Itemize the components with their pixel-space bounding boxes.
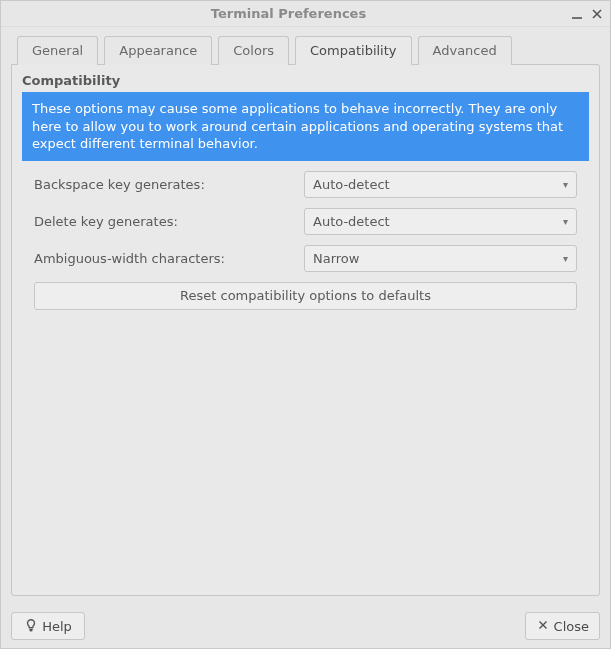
tab-bar: General Appearance Colors Compatibility … xyxy=(11,35,600,64)
delete-combo[interactable]: Auto-detect ▾ xyxy=(304,208,577,235)
tab-colors[interactable]: Colors xyxy=(218,36,289,65)
footer-spacer xyxy=(93,612,517,640)
delete-value: Auto-detect xyxy=(313,214,563,229)
warning-info-box: These options may cause some application… xyxy=(22,92,589,161)
dialog-footer: Help Close xyxy=(1,604,610,648)
tab-label: General xyxy=(32,43,83,58)
minimize-icon[interactable] xyxy=(570,7,584,21)
tab-label: Appearance xyxy=(119,43,197,58)
reset-defaults-button[interactable]: Reset compatibility options to defaults xyxy=(34,282,577,310)
close-button[interactable]: Close xyxy=(525,612,600,640)
delete-label: Delete key generates: xyxy=(34,214,304,229)
close-label: Close xyxy=(554,619,589,634)
tab-label: Advanced xyxy=(433,43,497,58)
tab-advanced[interactable]: Advanced xyxy=(418,36,512,65)
tab-general[interactable]: General xyxy=(17,36,98,65)
chevron-down-icon: ▾ xyxy=(563,216,568,227)
help-label: Help xyxy=(42,619,72,634)
close-icon[interactable] xyxy=(590,7,604,21)
tab-label: Colors xyxy=(233,43,274,58)
window-title: Terminal Preferences xyxy=(7,6,570,21)
tab-appearance[interactable]: Appearance xyxy=(104,36,212,65)
compatibility-panel: Compatibility These options may cause so… xyxy=(11,64,600,596)
reset-label: Reset compatibility options to defaults xyxy=(180,288,431,303)
chevron-down-icon: ▾ xyxy=(563,253,568,264)
backspace-combo[interactable]: Auto-detect ▾ xyxy=(304,171,577,198)
ambiguous-combo[interactable]: Narrow ▾ xyxy=(304,245,577,272)
content-area: General Appearance Colors Compatibility … xyxy=(1,27,610,604)
section-title: Compatibility xyxy=(20,71,591,92)
row-delete: Delete key generates: Auto-detect ▾ xyxy=(34,208,577,235)
ambiguous-value: Narrow xyxy=(313,251,563,266)
tab-label: Compatibility xyxy=(310,43,397,58)
row-backspace: Backspace key generates: Auto-detect ▾ xyxy=(34,171,577,198)
help-button[interactable]: Help xyxy=(11,612,85,640)
chevron-down-icon: ▾ xyxy=(563,179,568,190)
preferences-window: Terminal Preferences General Appearance … xyxy=(0,0,611,649)
lightbulb-icon xyxy=(24,618,38,635)
backspace-value: Auto-detect xyxy=(313,177,563,192)
titlebar: Terminal Preferences xyxy=(1,1,610,27)
row-ambiguous: Ambiguous-width characters: Narrow ▾ xyxy=(34,245,577,272)
x-icon xyxy=(536,618,550,635)
ambiguous-label: Ambiguous-width characters: xyxy=(34,251,304,266)
backspace-label: Backspace key generates: xyxy=(34,177,304,192)
tab-compatibility[interactable]: Compatibility xyxy=(295,36,412,65)
window-buttons xyxy=(570,7,604,21)
